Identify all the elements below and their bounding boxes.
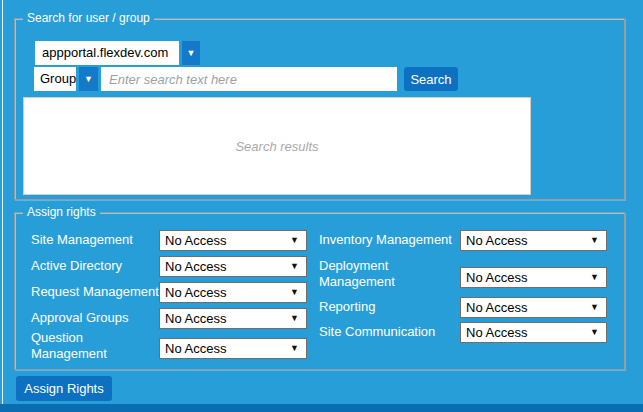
reporting-label: Reporting [319,299,375,315]
search-groupbox-title: Search for user / group [23,10,154,26]
search-type-combobox-arrow-icon[interactable]: ▼ [79,67,98,91]
active-directory-select[interactable]: No Access ▼ [159,256,307,277]
select-arrow-icon: ▼ [290,236,299,245]
search-input[interactable] [101,67,397,91]
assign-rights-button[interactable]: Assign Rights [16,376,112,401]
assign-rights-groupbox: Assign rights Site Management No Access … [14,212,625,370]
question-management-label: Question Management [31,330,123,362]
select-arrow-icon: ▼ [290,344,299,353]
deployment-management-label: Deployment Management [319,258,419,290]
select-arrow-icon: ▼ [290,314,299,323]
search-results-placeholder: Search results [235,139,318,154]
inventory-management-label: Inventory Management [319,232,452,248]
select-arrow-icon: ▼ [590,303,599,312]
window-bottom-bar [0,404,643,412]
request-management-select[interactable]: No Access ▼ [159,282,307,303]
select-arrow-icon: ▼ [590,273,599,282]
search-groupbox: Search for user / group appportal.flexde… [14,18,625,200]
search-results-panel[interactable]: Search results [23,97,531,195]
domain-combobox-arrow-icon[interactable]: ▼ [182,41,200,65]
deployment-management-select[interactable]: No Access ▼ [460,267,607,288]
reporting-select[interactable]: No Access ▼ [460,297,607,318]
inventory-management-select[interactable]: No Access ▼ [460,230,607,251]
assign-rights-window: Search for user / group appportal.flexde… [0,0,643,412]
request-management-label: Request Management [31,284,159,300]
approval-groups-label: Approval Groups [31,310,129,326]
question-management-select[interactable]: No Access ▼ [159,338,307,359]
site-management-select[interactable]: No Access ▼ [159,230,307,251]
approval-groups-select[interactable]: No Access ▼ [159,308,307,329]
select-arrow-icon: ▼ [590,236,599,245]
active-directory-label: Active Directory [31,258,122,274]
select-arrow-icon: ▼ [290,262,299,271]
domain-combobox[interactable]: appportal.flexdev.com [35,41,179,65]
select-arrow-icon: ▼ [590,328,599,337]
site-communication-select[interactable]: No Access ▼ [460,322,607,343]
search-button[interactable]: Search [404,67,458,91]
site-management-label: Site Management [31,232,133,248]
site-communication-label: Site Communication [319,324,435,340]
assign-rights-groupbox-title: Assign rights [23,204,100,220]
select-arrow-icon: ▼ [290,288,299,297]
search-type-combobox[interactable]: Group [34,67,76,91]
window-left-edge [2,0,3,404]
